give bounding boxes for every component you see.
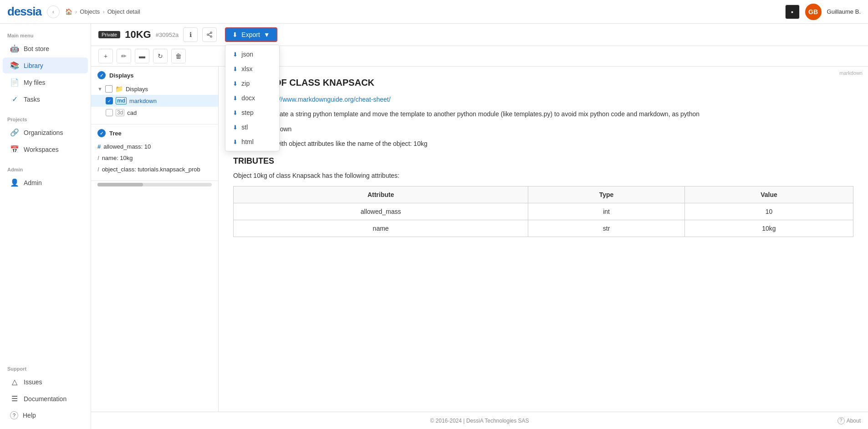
export-option-zip-label: zip	[241, 80, 250, 87]
refresh-button[interactable]: ↻	[153, 49, 168, 63]
table-row: name str 10kg	[234, 220, 853, 237]
folder-checkbox[interactable]	[105, 85, 112, 93]
para1: practice is to create a string python te…	[233, 109, 853, 119]
username: Guillaume B.	[827, 8, 861, 15]
my-files-icon: 📄	[10, 78, 19, 87]
export-option-zip[interactable]: ⬇ zip	[225, 76, 279, 91]
organizations-icon: 🔗	[10, 128, 19, 137]
export-option-stl[interactable]: ⬇ stl	[225, 120, 279, 134]
add-button[interactable]: +	[98, 49, 113, 63]
tree-section: ✓ Tree # allowed_mass: 10 I name: 10kg I…	[91, 124, 218, 181]
export-option-docx[interactable]: ⬇ docx	[225, 91, 279, 105]
svg-line-3	[209, 35, 210, 36]
sidebar-label-library: Library	[24, 62, 43, 69]
topbar-app-icon[interactable]: ▪	[785, 5, 800, 19]
object-header: Private 10KG #30952a ℹ ⬇ Export ▼ ⬇ json	[91, 24, 868, 46]
bot-store-icon: 🤖	[10, 44, 19, 53]
sidebar-item-workspaces[interactable]: 📅 Workspaces	[3, 141, 88, 157]
sidebar-item-tasks[interactable]: ✓ Tasks	[3, 91, 88, 107]
sidebar-label-tasks: Tasks	[24, 96, 40, 103]
export-option-docx-label: docx	[241, 94, 255, 102]
breadcrumb-objects[interactable]: Objects	[80, 8, 100, 15]
export-button[interactable]: ⬇ Export ▼	[225, 27, 277, 42]
sidebar-label-issues: Issues	[24, 378, 42, 386]
sidebar-item-help[interactable]: ? Help	[3, 408, 88, 423]
cheatsheet-link[interactable]: https://www.markdownguide.org/cheat-shee…	[263, 96, 390, 103]
attr-allowed-mass: allowed_mass	[234, 203, 528, 220]
cad-checkbox[interactable]	[106, 109, 113, 116]
sidebar-item-issues[interactable]: △ Issues	[3, 374, 88, 390]
tree-check-icon: ✓	[97, 129, 106, 137]
export-option-stl-label: stl	[241, 124, 248, 131]
para1-suffix: iflicts with markdown	[233, 124, 853, 134]
object-id: #30952a	[156, 31, 179, 38]
markdown-label: markdown	[839, 70, 863, 76]
tree-item-label-object-class: object_class: tutorials.knapsack_prob	[102, 166, 200, 173]
markdown-file-label: markdown	[129, 98, 157, 104]
download-step-icon: ⬇	[233, 109, 238, 116]
main: Private 10KG #30952a ℹ ⬇ Export ▼ ⬇ json	[91, 24, 868, 429]
object-title: 10KG	[125, 29, 151, 41]
content-heading: CT 10KG OF CLASS KNAPSACK	[233, 78, 853, 88]
para2: bstitute values with object attributes l…	[233, 139, 853, 149]
sidebar-item-admin[interactable]: 👤 Admin	[3, 175, 88, 191]
tree-section-header: ✓ Tree	[91, 124, 218, 141]
export-option-step[interactable]: ⬇ step	[225, 105, 279, 120]
value-name: 10kg	[684, 220, 853, 237]
download-html-icon: ⬇	[233, 139, 238, 145]
issues-icon: △	[10, 377, 19, 386]
main-menu-label: Main menu	[0, 29, 91, 40]
sidebar-item-bot-store[interactable]: 🤖 Bot store	[3, 41, 88, 57]
export-option-html[interactable]: ⬇ html	[225, 134, 279, 149]
table-header-row: Attribute Type Value	[234, 186, 853, 203]
svg-point-2	[210, 36, 212, 37]
left-panel: ✓ Displays ▼ 📁 Displays ✓ md markdown	[91, 67, 219, 412]
tree-item-allowed-mass: # allowed_mass: 10	[91, 141, 218, 152]
topbar-right: ▪ GB Guillaume B.	[785, 4, 861, 20]
sidebar-item-organizations[interactable]: 🔗 Organizations	[3, 124, 88, 140]
export-option-xlsx-label: xlsx	[241, 65, 252, 72]
italic-icon-class: I	[97, 166, 99, 173]
displays-folder-label: Displays	[126, 86, 148, 93]
download-icon: ⬇	[232, 31, 238, 38]
avatar[interactable]: GB	[805, 4, 822, 20]
cad-type-badge: 3d	[116, 109, 124, 116]
sidebar-label-admin: Admin	[24, 179, 42, 186]
breadcrumb-sep2: ›	[102, 8, 104, 15]
export-chevron-icon: ▼	[264, 31, 270, 38]
displays-folder-item[interactable]: ▼ 📁 Displays	[91, 83, 218, 95]
col-type: Type	[528, 186, 685, 203]
breadcrumb-current: Object detail	[107, 8, 140, 15]
help-icon: ?	[10, 411, 18, 419]
attributes-table: Attribute Type Value allowed_mass int 10…	[233, 186, 853, 237]
home-icon[interactable]: 🏠	[65, 8, 72, 15]
sidebar-item-documentation[interactable]: ☰ Documentation	[3, 391, 88, 407]
block-button[interactable]: ▬	[135, 49, 149, 63]
folder-icon: 📁	[115, 85, 123, 93]
value-allowed-mass: 10	[684, 203, 853, 220]
download-docx-icon: ⬇	[233, 95, 238, 102]
attr-name: name	[234, 220, 528, 237]
markdown-file-item[interactable]: ✓ md markdown	[91, 95, 218, 107]
sidebar-label-bot-store: Bot store	[24, 45, 49, 52]
share-button[interactable]	[202, 27, 217, 42]
sidebar-item-my-files[interactable]: 📄 My files	[3, 74, 88, 90]
cad-file-item[interactable]: 3d cad	[91, 107, 218, 119]
sidebar-item-library[interactable]: 📚 Library	[3, 57, 88, 73]
edit-button[interactable]: ✏	[117, 49, 131, 63]
tree-section-title: Tree	[109, 130, 122, 137]
markdown-checkbox[interactable]: ✓	[106, 97, 113, 104]
sidebar-collapse-button[interactable]: ‹	[47, 5, 60, 18]
col-attribute: Attribute	[234, 186, 528, 203]
export-option-xlsx[interactable]: ⬇ xlsx	[225, 62, 279, 76]
copyright: © 2016-2024 | DessiA Technologies SAS	[430, 418, 529, 424]
export-option-json[interactable]: ⬇ json	[225, 47, 279, 62]
download-json-icon: ⬇	[233, 51, 238, 58]
attributes-heading: TRIBUTES	[233, 156, 853, 166]
scrollbar-area[interactable]	[97, 183, 212, 186]
about-link[interactable]: ? About	[837, 417, 861, 424]
scrollbar-thumb	[97, 183, 143, 186]
info-button[interactable]: ℹ	[183, 27, 198, 42]
delete-button[interactable]: 🗑	[171, 49, 186, 63]
workspaces-icon: 📅	[10, 145, 19, 154]
